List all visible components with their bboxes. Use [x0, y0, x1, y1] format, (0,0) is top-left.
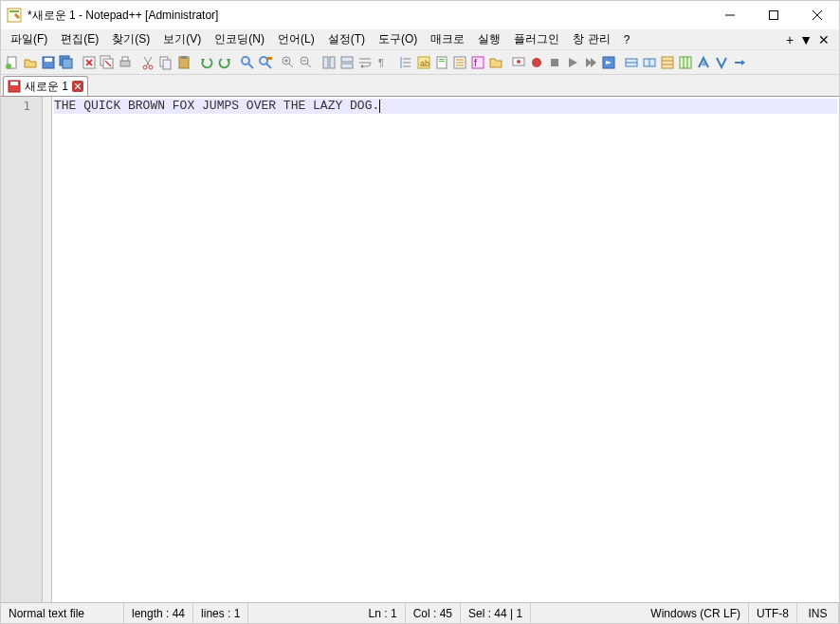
toolbar: ¶ ab f ≋	[1, 50, 839, 75]
tab-active[interactable]: 새로운 1	[3, 76, 88, 96]
status-eol[interactable]: Windows (CR LF)	[643, 603, 749, 623]
svg-point-22	[143, 65, 147, 69]
close-all-icon[interactable]	[99, 54, 116, 71]
open-file-icon[interactable]	[22, 54, 39, 71]
monitor-icon[interactable]	[510, 54, 527, 71]
wrap-icon[interactable]	[356, 54, 374, 71]
tb-icon-4[interactable]	[677, 54, 694, 71]
svg-rect-43	[341, 64, 353, 68]
find-icon[interactable]	[239, 54, 256, 71]
status-ln: Ln : 1	[361, 603, 406, 623]
menu-x-icon[interactable]: ✕	[818, 32, 830, 47]
menu-tools[interactable]: 도구(O)	[373, 29, 423, 49]
svg-rect-40	[323, 57, 328, 68]
menu-window[interactable]: 창 관리	[567, 29, 615, 49]
tb-icon-7[interactable]	[731, 54, 748, 71]
tb-icon-1[interactable]	[623, 54, 640, 71]
func-list-icon[interactable]: f	[469, 54, 486, 71]
svg-rect-25	[163, 60, 171, 69]
sync-v-icon[interactable]	[320, 54, 338, 71]
doc-map-icon[interactable]	[433, 54, 450, 71]
cut-icon[interactable]	[139, 54, 156, 71]
svg-line-39	[307, 64, 311, 67]
close-button[interactable]	[795, 1, 839, 29]
svg-point-64	[532, 58, 541, 67]
show-chars-icon[interactable]: ¶	[374, 54, 392, 71]
menu-macro[interactable]: 매크로	[425, 29, 470, 49]
tb-icon-2[interactable]	[641, 54, 658, 71]
tb-icon-5[interactable]: ≋	[695, 54, 712, 71]
minimize-button[interactable]	[708, 1, 752, 29]
copy-icon[interactable]	[157, 54, 174, 71]
svg-rect-54	[439, 59, 445, 60]
indent-guide-icon[interactable]	[397, 54, 414, 71]
text-editor[interactable]: THE QUICK BROWN FOX JUMPS OVER THE LAZY …	[52, 97, 839, 602]
close-file-icon[interactable]	[81, 54, 98, 71]
status-encoding[interactable]: UTF-8	[749, 603, 797, 623]
menu-file[interactable]: 파일(F)	[5, 29, 53, 49]
status-length: length : 44	[124, 603, 193, 623]
menu-dropdown-icon[interactable]: ▼	[799, 32, 813, 47]
status-filetype: Normal text file	[1, 603, 124, 623]
menu-plugins[interactable]: 플러그인	[508, 29, 565, 49]
menu-bar: 파일(F) 편집(E) 찾기(S) 보기(V) 인코딩(N) 언어(L) 설정(…	[1, 29, 839, 50]
save-macro-icon[interactable]	[600, 54, 617, 71]
svg-rect-74	[680, 57, 691, 68]
tb-icon-3[interactable]	[659, 54, 676, 71]
menu-help[interactable]: ?	[618, 31, 636, 48]
record-stop-icon[interactable]	[546, 54, 563, 71]
svg-text:≋: ≋	[701, 60, 707, 68]
lang-icon[interactable]: ab	[415, 54, 432, 71]
fold-margin	[43, 97, 52, 602]
folder-icon[interactable]	[487, 54, 504, 71]
redo-icon[interactable]	[216, 54, 233, 71]
svg-rect-9	[45, 58, 52, 62]
line-number-gutter: 1	[1, 97, 43, 602]
svg-point-23	[149, 65, 153, 69]
svg-line-29	[248, 64, 253, 68]
menu-plus-icon[interactable]: +	[786, 32, 794, 47]
undo-icon[interactable]	[198, 54, 215, 71]
menu-view[interactable]: 보기(V)	[157, 29, 207, 49]
menu-edit[interactable]: 편집(E)	[55, 29, 104, 49]
doc-list-icon[interactable]	[451, 54, 468, 71]
svg-text:f: f	[474, 58, 477, 68]
svg-rect-42	[341, 57, 353, 62]
menu-settings[interactable]: 설정(T)	[322, 29, 371, 49]
print-icon[interactable]	[117, 54, 134, 71]
svg-rect-1	[9, 10, 19, 12]
tab-close-icon[interactable]	[72, 81, 83, 92]
maximize-button[interactable]	[752, 1, 795, 29]
paste-icon[interactable]	[175, 54, 192, 71]
menu-language[interactable]: 언어(L)	[272, 29, 320, 49]
status-bar: Normal text file length : 44 lines : 1 L…	[1, 602, 839, 623]
title-bar: *새로운 1 - Notepad++ [Administrator]	[1, 1, 839, 29]
zoom-out-icon[interactable]	[298, 54, 315, 71]
save-all-icon[interactable]	[58, 54, 75, 71]
tab-bar: 새로운 1	[1, 75, 839, 96]
menu-search[interactable]: 찾기(S)	[106, 29, 155, 49]
tb-icon-6[interactable]	[713, 54, 730, 71]
svg-rect-11	[63, 59, 72, 68]
record-start-icon[interactable]	[528, 54, 545, 71]
new-file-icon[interactable]	[4, 54, 21, 71]
svg-rect-27	[181, 56, 187, 59]
status-col: Col : 45	[406, 603, 461, 623]
sync-h-icon[interactable]	[338, 54, 356, 71]
svg-line-31	[266, 64, 271, 68]
replace-icon[interactable]	[257, 54, 274, 71]
status-mode[interactable]: INS	[797, 603, 839, 623]
line-number: 1	[1, 99, 42, 114]
play-multi-icon[interactable]	[582, 54, 599, 71]
app-icon	[7, 8, 22, 23]
menu-run[interactable]: 실행	[472, 29, 506, 49]
svg-point-63	[517, 60, 520, 64]
status-lines: lines : 1	[193, 603, 248, 623]
save-icon[interactable]	[40, 54, 57, 71]
play-icon[interactable]	[564, 54, 581, 71]
svg-line-36	[289, 64, 293, 67]
window-title: *새로운 1 - Notepad++ [Administrator]	[27, 8, 708, 24]
menu-encoding[interactable]: 인코딩(N)	[209, 29, 270, 49]
zoom-in-icon[interactable]	[280, 54, 297, 71]
svg-rect-55	[439, 61, 445, 62]
